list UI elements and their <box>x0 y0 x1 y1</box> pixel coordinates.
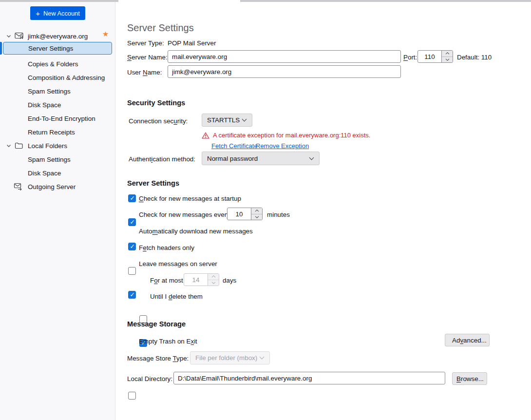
sidebar-item-local-folders[interactable]: Local Folders <box>0 140 115 152</box>
port-input[interactable] <box>418 51 441 62</box>
new-account-button[interactable]: + New Account <box>30 6 85 20</box>
port-spin-up-button[interactable] <box>442 51 453 57</box>
port-spinner <box>417 50 453 63</box>
check-startup-checkbox[interactable] <box>128 194 136 202</box>
chevron-down-icon <box>242 118 247 122</box>
check-every-input[interactable] <box>228 208 251 220</box>
sidebar-item-composition-addressing[interactable]: Composition & Addressing <box>28 72 105 83</box>
authentication-method-value: Normal password <box>207 155 258 162</box>
server-type-value: POP Mail Server <box>168 39 216 47</box>
connection-security-value: STARTTLS <box>207 116 240 124</box>
account-settings-sidebar: + New Account jimk@everyware.org ★ Serve… <box>0 2 115 420</box>
chevron-down-icon <box>259 356 265 360</box>
message-store-type-label: Message Store Type: <box>127 355 189 362</box>
auto-download-label: Automatically download new messages <box>139 228 253 235</box>
auto-download-checkbox[interactable] <box>128 243 136 250</box>
empty-trash-checkbox[interactable] <box>128 392 136 400</box>
authentication-method-label: Authentication method: <box>129 155 195 163</box>
browse-button[interactable]: Browse... <box>452 372 487 385</box>
leave-messages-checkbox[interactable] <box>128 291 136 299</box>
server-type-label: Server Type: <box>127 39 164 47</box>
sidebar-item-spam-settings[interactable]: Spam Settings <box>28 85 71 97</box>
advanced-button[interactable]: Advanced... <box>445 334 490 346</box>
warning-icon <box>202 132 209 139</box>
check-every-spin-up-button[interactable] <box>251 208 262 214</box>
default-account-star-icon: ★ <box>102 30 109 38</box>
connection-security-dropdown[interactable]: STARTTLS <box>202 114 252 127</box>
leave-messages-label: Leave messages on server <box>139 260 217 267</box>
send-icon <box>14 183 22 191</box>
chevron-down-icon <box>309 157 314 160</box>
for-at-most-spinner <box>184 273 219 286</box>
for-at-most-input <box>184 274 208 286</box>
connection-security-label: Connection security: <box>129 117 188 125</box>
sidebar-item-account-root[interactable]: jimk@everyware.org <box>0 30 115 42</box>
for-at-most-label: For at most <box>150 277 183 284</box>
authentication-method-dropdown[interactable]: Normal password <box>202 152 320 165</box>
user-name-input[interactable] <box>168 65 401 78</box>
check-every-label: Check for new messages every <box>139 211 230 218</box>
remove-exception-link[interactable]: Remove Exception <box>256 142 309 150</box>
sidebar-item-local-spam-settings[interactable]: Spam Settings <box>28 153 71 165</box>
message-storage-heading: Message Storage <box>127 320 186 328</box>
plus-icon: + <box>36 10 40 17</box>
message-store-type-dropdown: File per folder (mbox) <box>190 351 270 364</box>
until-delete-label: Until I delete them <box>150 293 203 300</box>
server-name-input[interactable] <box>168 50 401 63</box>
sidebar-item-server-settings[interactable]: Server Settings <box>3 42 112 55</box>
port-label: Port: <box>403 54 417 61</box>
for-at-most-suffix: days <box>223 277 236 284</box>
local-directory-label: Local Directory: <box>127 375 172 382</box>
check-every-checkbox[interactable] <box>128 218 136 226</box>
chevron-down-icon[interactable] <box>6 33 12 39</box>
security-settings-heading: Security Settings <box>127 99 185 107</box>
page-title: Server Settings <box>127 22 194 34</box>
user-name-label: User Name: <box>127 69 162 76</box>
check-startup-label: Check for new messages at startup <box>139 195 241 202</box>
port-spin-down-button[interactable] <box>442 57 453 63</box>
sidebar-item-return-receipts[interactable]: Return Receipts <box>28 126 75 138</box>
sidebar-item-copies-folders[interactable]: Copies & Folders <box>28 58 78 70</box>
sidebar-item-label: Server Settings <box>28 45 73 52</box>
fetch-headers-label: Fetch headers only <box>139 244 194 251</box>
local-directory-input[interactable] <box>173 372 445 384</box>
certificate-warning: A certificate exception for mail.everywa… <box>202 132 370 139</box>
port-default-label: Default: 110 <box>457 54 492 61</box>
server-settings-section-heading: Server Settings <box>127 179 179 187</box>
sidebar-item-e2e-encryption[interactable]: End-To-End Encryption <box>28 113 95 124</box>
fetch-headers-checkbox[interactable] <box>128 267 136 275</box>
folder-icon <box>15 142 23 149</box>
mail-account-icon <box>15 32 24 39</box>
certificate-warning-text: A certificate exception for mail.everywa… <box>213 132 370 139</box>
new-account-button-label: New Account <box>43 10 80 17</box>
check-every-spinner <box>227 208 263 220</box>
fetch-certificate-link[interactable]: Fetch Certificate <box>211 142 258 150</box>
server-settings-panel: Server Settings Server Type: POP Mail Se… <box>116 2 531 420</box>
sidebar-item-disk-space[interactable]: Disk Space <box>28 99 61 111</box>
check-every-suffix: minutes <box>267 211 290 218</box>
server-name-label: Server Name: <box>127 54 168 61</box>
sidebar-item-local-disk-space[interactable]: Disk Space <box>28 167 61 179</box>
message-store-type-value: File per folder (mbox) <box>195 354 257 362</box>
selected-item-accent-bar <box>0 42 2 55</box>
sidebar-item-outgoing-server[interactable]: Outgoing Server <box>0 181 115 192</box>
check-every-spin-down-button[interactable] <box>251 214 262 220</box>
empty-trash-label: Empty Trash on Exit <box>139 338 197 345</box>
sidebar-item-label: jimk@everyware.org <box>28 33 88 40</box>
for-at-most-spin-down-button <box>208 280 219 286</box>
for-at-most-spin-up-button <box>208 274 219 280</box>
chevron-down-icon[interactable] <box>6 143 12 149</box>
